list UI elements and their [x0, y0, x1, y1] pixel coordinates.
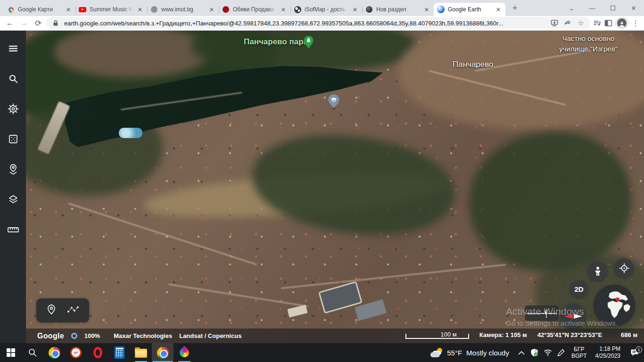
google-earth-icon — [437, 6, 445, 13]
tab-close-icon[interactable]: ✕ — [65, 6, 72, 13]
streaming-progress-text: 100% — [84, 332, 100, 339]
weather-condition: Mostly cloudy — [466, 349, 509, 357]
window-close-button[interactable]: ✕ — [623, 0, 644, 16]
my-location-button[interactable] — [614, 258, 634, 278]
tab-close-icon[interactable]: ✕ — [280, 6, 287, 13]
mouse-cursor — [543, 309, 551, 319]
paint3d-icon[interactable] — [173, 343, 195, 362]
tab-google-earth[interactable]: Google Earth ✕ — [434, 3, 505, 16]
earth-map-viewport[interactable]: Панчарево парк Панчарево Частно основно … — [26, 31, 644, 343]
defender-shield-icon[interactable] — [528, 348, 541, 357]
chrome-active-icon[interactable] — [152, 343, 173, 362]
taskbar-tray: 55°F Mostly cloudy БГР BGPT 1:18 PM 4/25 — [425, 343, 644, 362]
map-scale-bar: 100 м — [405, 334, 469, 339]
label-school[interactable]: Частно основно училище "Изгрев" — [559, 33, 618, 54]
tab-close-icon[interactable]: ✕ — [495, 6, 502, 13]
imagery-attribution2: Landsat / Copernicus — [179, 332, 241, 339]
browser-tabstrip: Google Карти ✕ Summer Music M ✕ www.imot… — [0, 0, 644, 16]
taskbar-search-icon[interactable] — [22, 343, 43, 362]
media-controls-icon[interactable] — [592, 18, 602, 28]
window-minimize-button[interactable]: — — [582, 0, 603, 16]
dark-sphere-icon — [365, 6, 373, 13]
calculator-icon[interactable] — [108, 343, 130, 362]
side-panel-icon[interactable] — [603, 18, 613, 28]
weather-icon — [430, 348, 443, 357]
chrome-taskbar-icon[interactable] — [43, 343, 65, 362]
action-center-icon[interactable]: 1 — [625, 349, 644, 356]
wifi-icon[interactable] — [541, 349, 554, 356]
tab-isofmap[interactable]: iSofMap - дость ✕ — [290, 3, 362, 16]
window-controls: ⌄ — ✕ — [561, 0, 644, 16]
tab-close-icon[interactable]: ✕ — [423, 6, 430, 13]
browser-menu-icon[interactable]: ⋮ — [631, 18, 640, 28]
label-pancharevo-park[interactable]: Панчарево парк — [244, 37, 307, 47]
url-text[interactable]: earth.google.com/web/search/в.з.+Градище… — [64, 20, 546, 27]
cursor-coordinates: 42°35'41"N 23°23'53"E — [537, 331, 602, 341]
tab-google-maps[interactable]: Google Карти ✕ — [4, 3, 75, 16]
add-placemark-icon[interactable] — [46, 304, 57, 317]
start-button[interactable] — [0, 343, 22, 362]
new-tab-button[interactable]: + — [508, 1, 521, 15]
profile-avatar[interactable] — [615, 17, 629, 29]
label-pancharevo-town[interactable]: Панчарево — [453, 60, 494, 69]
language-line1: БГР — [571, 346, 587, 353]
tab-close-icon[interactable]: ✕ — [136, 6, 144, 13]
window-maximize-button[interactable] — [603, 0, 623, 16]
youtube-icon — [79, 6, 86, 13]
windows-taskbar: ✂ 55°F Mostly cloudy БГ — [0, 343, 644, 362]
tab-close-icon[interactable]: ✕ — [351, 6, 359, 13]
lock-icon[interactable] — [51, 18, 60, 28]
address-bar[interactable]: earth.google.com/web/search/в.з.+Градище… — [46, 17, 590, 29]
tab-label: Summer Music M — [90, 6, 133, 13]
pen-icon[interactable] — [554, 349, 568, 356]
red-site-icon — [222, 6, 230, 13]
earth-statusbar: Google 100% Maxar Technologies Landsat /… — [26, 329, 644, 343]
tray-chevron-icon[interactable] — [515, 351, 528, 355]
tab-youtube[interactable]: Summer Music M ✕ — [75, 3, 147, 16]
streaming-progress-ring — [71, 333, 77, 339]
bookmark-star-icon[interactable]: ☆ — [576, 18, 586, 28]
back-icon[interactable]: ← — [4, 17, 16, 29]
draw-path-icon[interactable] — [67, 305, 79, 316]
taskbar-clock[interactable]: 1:18 PM 4/25/2023 — [591, 346, 625, 360]
snipping-tool-icon[interactable]: ✂ — [65, 343, 87, 362]
tab-search-chevron-icon[interactable]: ⌄ — [561, 0, 582, 16]
install-app-icon[interactable] — [550, 18, 559, 28]
menu-icon[interactable] — [6, 41, 21, 56]
park-tree-pin[interactable] — [303, 35, 314, 51]
pool-complex — [119, 128, 142, 138]
google-earth-app: Панчарево парк Панчарево Частно основно … — [0, 31, 644, 343]
opera-icon[interactable] — [87, 343, 108, 362]
2d-mode-button[interactable]: 2D — [570, 280, 588, 298]
search-icon[interactable] — [6, 71, 21, 86]
tab-label: www.imot.bg — [161, 6, 205, 13]
tab-label: Обяви Продава — [233, 6, 276, 13]
voyager-icon[interactable] — [6, 101, 21, 116]
projects-pin-icon[interactable] — [6, 162, 21, 177]
desktop-screen: Google Карти ✕ Summer Music M ✕ www.imot… — [0, 0, 644, 362]
activate-windows-line2: Go to Settings to activate Windows. — [506, 319, 618, 327]
tab-new[interactable]: Нов раздел ✕ — [362, 3, 434, 16]
forward-icon[interactable]: → — [18, 17, 30, 29]
map-style-layers-icon[interactable] — [6, 192, 21, 207]
file-explorer-icon[interactable] — [130, 343, 152, 362]
tab-close-icon[interactable]: ✕ — [208, 6, 215, 13]
clock-time: 1:18 PM — [595, 346, 620, 353]
add-placemark-toolbar — [36, 298, 89, 322]
tab-imot[interactable]: www.imot.bg ✕ — [147, 3, 219, 16]
label-school-line1: Частно основно — [559, 33, 618, 44]
weather-widget[interactable]: 55°F Mostly cloudy — [425, 348, 515, 357]
feeling-lucky-dice-icon[interactable] — [6, 132, 21, 147]
forest-area — [54, 31, 210, 78]
tab-label: Google Earth — [448, 6, 491, 13]
share-icon[interactable] — [563, 18, 572, 28]
pegman-button[interactable] — [588, 262, 607, 281]
search-result-pin[interactable] — [328, 94, 340, 112]
google-maps-icon — [7, 6, 15, 13]
reload-icon[interactable]: ⟳ — [32, 17, 44, 29]
measure-ruler-icon[interactable] — [6, 222, 21, 237]
imagery-attribution: Maxar Technologies — [114, 332, 172, 339]
tab-obiavi[interactable]: Обяви Продава ✕ — [219, 3, 290, 16]
language-indicator[interactable]: БГР BGPT — [568, 346, 591, 359]
google-logo: Google — [37, 332, 64, 340]
